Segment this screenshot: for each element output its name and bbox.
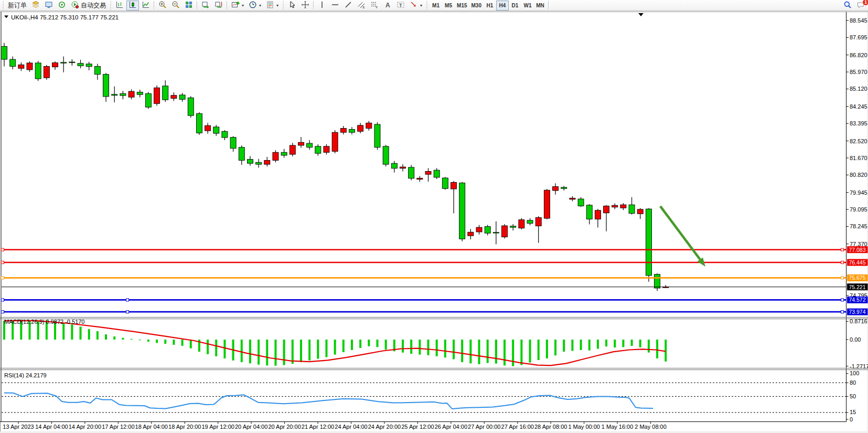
- fibonacci-button[interactable]: F: [368, 1, 381, 10]
- price-tick-label: 78.245: [850, 223, 867, 229]
- toolbar-grip[interactable]: [110, 1, 112, 9]
- periods-button[interactable]: ▾: [247, 1, 263, 10]
- time-tick-label: 21 Apr 12:00: [302, 424, 334, 430]
- text-button[interactable]: A: [381, 1, 394, 10]
- price-tick-label: 87.695: [850, 34, 867, 40]
- toolbar-separator: [227, 1, 228, 9]
- zoom-out-button[interactable]: [169, 1, 182, 10]
- time-tick-label: 14 Apr 20:00: [69, 424, 101, 430]
- timeframe-m5-button[interactable]: M5: [442, 1, 455, 10]
- notifications-button[interactable]: 1: [854, 1, 867, 10]
- candle-body: [620, 205, 626, 208]
- trendline-button[interactable]: [342, 1, 355, 10]
- autotrade-icon: [71, 1, 79, 10]
- line-handle[interactable]: [841, 277, 844, 279]
- cursor-button[interactable]: [286, 1, 298, 10]
- line-handle[interactable]: [841, 261, 844, 264]
- line-handle[interactable]: [841, 248, 844, 251]
- line-handle[interactable]: [841, 311, 844, 313]
- timeframe-m30-button[interactable]: M30: [469, 1, 484, 10]
- text-label-button[interactable]: T: [394, 1, 407, 10]
- line-handle[interactable]: [2, 299, 4, 301]
- candle-body: [264, 161, 270, 165]
- new-order-button[interactable]: 新订单: [6, 1, 29, 10]
- timeframe-h1-button[interactable]: H1: [484, 1, 496, 10]
- candle-body: [86, 64, 92, 67]
- vertical-line-button[interactable]: [316, 1, 328, 10]
- timeframe-m15-button[interactable]: M15: [455, 1, 469, 10]
- cursor-icon: [288, 1, 296, 10]
- candle-body: [383, 146, 389, 164]
- bar-chart-button[interactable]: [113, 1, 126, 10]
- macd-bar: [359, 340, 361, 348]
- line-handle[interactable]: [841, 299, 844, 301]
- macd-bar: [308, 340, 310, 361]
- candle-body: [544, 190, 550, 218]
- macd-bar: [164, 340, 166, 344]
- tile-windows-button[interactable]: [183, 1, 195, 10]
- line-handle[interactable]: [126, 311, 129, 313]
- macd-bar: [105, 334, 107, 340]
- line-handle[interactable]: [126, 299, 129, 301]
- macd-bar: [546, 340, 548, 358]
- timeframe-group: M1M5M15M30H1H4D1W1MN: [430, 1, 546, 10]
- line-handle[interactable]: [2, 311, 4, 313]
- candle-body: [586, 205, 592, 219]
- macd-bar: [427, 340, 430, 355]
- timeframe-w1-button[interactable]: W1: [521, 1, 534, 10]
- line-handle[interactable]: [2, 248, 4, 251]
- auto-scroll-button[interactable]: [199, 1, 212, 10]
- toolbar-grip[interactable]: [2, 1, 4, 9]
- candle-body: [400, 167, 405, 168]
- label-icon: T: [397, 1, 405, 10]
- price-label-text: 75.675: [849, 274, 865, 281]
- time-tick-label: 25 Apr 12:00: [401, 424, 434, 430]
- timeframe-h4-button[interactable]: H4: [496, 1, 509, 10]
- macd-bar: [503, 340, 506, 365]
- candle-body: [595, 210, 601, 219]
- time-tick-label: 2 May 08:00: [635, 424, 667, 430]
- zoom-in-button[interactable]: [156, 1, 169, 10]
- new-order-label: 新订单: [8, 1, 27, 10]
- toolbar-grip[interactable]: [282, 1, 284, 9]
- line-handle[interactable]: [2, 261, 4, 264]
- signal-icon: [58, 1, 66, 10]
- layers-button[interactable]: [29, 1, 42, 10]
- line-chart-button[interactable]: [140, 1, 152, 10]
- signal-button[interactable]: [56, 1, 68, 10]
- price-label-text: 74.572: [849, 297, 865, 303]
- chart-canvas[interactable]: 88.54587.69586.82085.97085.12084.24583.3…: [0, 11, 868, 433]
- macd-bar: [529, 340, 531, 363]
- horizontal-line-button[interactable]: [329, 1, 341, 10]
- crosshair-button[interactable]: [299, 1, 312, 10]
- channel-button[interactable]: E: [355, 1, 368, 10]
- candle-body: [239, 147, 244, 161]
- price-tick-label: 84.245: [850, 103, 867, 110]
- arrows-button[interactable]: ▾: [408, 1, 424, 10]
- line-handle[interactable]: [2, 277, 4, 279]
- toolbar-separator: [154, 1, 155, 9]
- candle-body: [570, 198, 575, 199]
- timeframe-mn-button[interactable]: MN: [534, 1, 546, 10]
- candle-body: [332, 132, 338, 151]
- timeframe-m1-button[interactable]: M1: [430, 1, 442, 10]
- candle-body: [222, 131, 228, 138]
- timeframe-d1-button[interactable]: D1: [509, 1, 521, 10]
- templates-button[interactable]: ▾: [264, 1, 281, 10]
- macd-bar: [207, 340, 209, 354]
- search-button[interactable]: [841, 1, 854, 10]
- candle-chart-button[interactable]: [126, 1, 139, 10]
- svg-text:E: E: [363, 5, 365, 8]
- chart-shift-button[interactable]: [212, 1, 225, 10]
- toolbar-grip[interactable]: [426, 1, 428, 9]
- terminal-button[interactable]: [42, 1, 55, 10]
- macd-bar: [147, 340, 149, 342]
- candle-body: [459, 183, 465, 239]
- candle-body: [298, 142, 304, 145]
- template-icon: [266, 1, 274, 10]
- candle-body: [112, 94, 117, 96]
- macd-label: MACD(12,26,9) 0.9872 -0.5170: [4, 319, 84, 325]
- chart-window[interactable]: 88.54587.69586.82085.97085.12084.24583.3…: [0, 11, 868, 433]
- indicators-button[interactable]: ▾: [229, 1, 246, 10]
- auto-trading-button[interactable]: 自动交易: [69, 1, 108, 10]
